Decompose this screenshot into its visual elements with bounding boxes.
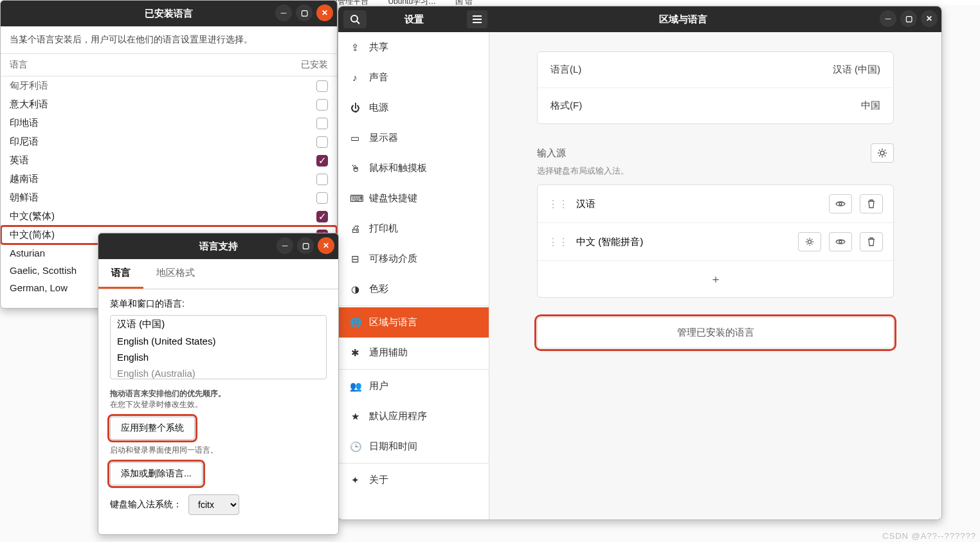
sidebar-item[interactable]: 🖨打印机	[338, 213, 489, 244]
installed-checkbox[interactable]	[316, 174, 328, 185]
ime-select[interactable]: fcitx	[188, 494, 239, 515]
sidebar-label: 键盘快捷键	[369, 192, 417, 204]
sidebar-icon: ⊟	[350, 253, 360, 265]
view-layout-button[interactable]	[829, 194, 852, 213]
add-input-source-button[interactable]: ＋	[538, 261, 893, 297]
sidebar-item[interactable]: ⊟可移动介质	[338, 244, 489, 274]
language-format-group: 语言(L) 汉语 (中国) 格式(F) 中国	[537, 51, 894, 124]
tab-language[interactable]: 语言	[98, 259, 143, 289]
language-name: 印尼语	[10, 136, 39, 148]
settings-window: 设置 区域与语言 ─ ▢ ✕ ⇪共享♪声音⏻电源▭显示器🖱鼠标和触摸板⌨键盘快捷…	[338, 6, 942, 520]
sidebar-item[interactable]: 🕒日期和时间	[338, 431, 489, 462]
installed-checkbox[interactable]	[316, 136, 328, 148]
close-icon[interactable]: ✕	[921, 10, 938, 27]
sidebar-item[interactable]: ✱通用辅助	[338, 338, 489, 368]
language-row[interactable]: 朝鲜语	[1, 188, 337, 207]
sidebar-label: 鼠标和触摸板	[369, 162, 427, 174]
sidebar-label: 电源	[369, 102, 388, 114]
input-sources-settings-button[interactable]	[871, 143, 894, 163]
sidebar-item[interactable]: 🖱鼠标和触摸板	[338, 153, 489, 183]
minimize-icon[interactable]: ─	[275, 5, 292, 21]
language-order-item[interactable]: English	[111, 349, 326, 365]
sidebar-item[interactable]: ⏻电源	[338, 93, 489, 123]
sidebar-item[interactable]: ★默认应用程序	[338, 401, 489, 431]
maximize-icon[interactable]: ▢	[296, 5, 313, 21]
installed-checkbox[interactable]	[316, 118, 328, 129]
drag-handle-icon[interactable]: ⋮⋮	[548, 198, 568, 210]
settings-titlebar: 设置 区域与语言 ─ ▢ ✕	[338, 6, 941, 32]
language-row[interactable]: 匈牙利语	[1, 77, 337, 95]
installed-checkbox[interactable]	[316, 99, 328, 111]
watermark: CSDN @A??--??????	[882, 531, 976, 541]
language-order-item[interactable]: English (United States)	[111, 333, 326, 349]
svg-point-6	[839, 203, 842, 205]
language-row[interactable]: 语言(L) 汉语 (中国)	[538, 52, 893, 88]
language-row[interactable]: 印尼语	[1, 132, 337, 151]
minimize-icon[interactable]: ─	[880, 10, 896, 27]
settings-title: 设置	[338, 14, 489, 26]
sidebar-icon: 🕒	[350, 441, 360, 453]
tab-region-format[interactable]: 地区格式	[143, 259, 208, 289]
sidebar-item[interactable]: ✦关于	[338, 465, 489, 495]
language-order-item[interactable]: 汉语 (中国)	[111, 316, 326, 333]
sidebar-item[interactable]: ♪声音	[338, 62, 489, 93]
language-order-list[interactable]: 汉语 (中国)English (United States)EnglishEng…	[110, 315, 327, 379]
drag-hint: 拖动语言来安排他们的优先顺序。 在您下次登录时修改生效。	[110, 388, 327, 410]
sidebar-item[interactable]: 🌐区域与语言	[338, 307, 489, 338]
close-icon[interactable]: ✕	[318, 237, 334, 254]
input-sources-subtitle: 选择键盘布局或输入法。	[537, 165, 894, 177]
sidebar-item[interactable]: ⌨键盘快捷键	[338, 183, 489, 213]
language-value: 汉语 (中国)	[833, 64, 880, 76]
sidebar-icon: ⇪	[350, 42, 360, 53]
sidebar-icon: 🖱	[350, 163, 360, 174]
language-name: 朝鲜语	[10, 192, 39, 204]
language-support-dialog: 语言支持 ─ ▢ ✕ 语言 地区格式 菜单和窗口的语言: 汉语 (中国)Engl…	[98, 233, 339, 535]
sidebar-item[interactable]: ▭显示器	[338, 123, 489, 153]
minimize-icon[interactable]: ─	[277, 237, 293, 254]
browser-tab[interactable]: 国 语	[455, 0, 473, 5]
language-name: 越南语	[10, 173, 39, 185]
language-row[interactable]: 意大利语	[1, 95, 337, 114]
support-titlebar: 语言支持 ─ ▢ ✕	[98, 233, 338, 259]
sidebar-icon: 👥	[350, 381, 360, 392]
apply-system-button[interactable]: 应用到整个系统	[110, 417, 195, 440]
settings-sidebar: ⇪共享♪声音⏻电源▭显示器🖱鼠标和触摸板⌨键盘快捷键🖨打印机⊟可移动介质◑色彩🌐…	[338, 32, 489, 519]
manage-installed-languages-button[interactable]: 管理已安装的语言	[537, 317, 894, 348]
sidebar-item[interactable]: ◑色彩	[338, 274, 489, 304]
svg-point-7	[808, 240, 811, 243]
maximize-icon[interactable]: ▢	[297, 237, 314, 254]
remove-source-button[interactable]	[860, 194, 883, 213]
sidebar-icon: ▭	[350, 132, 360, 144]
language-row[interactable]: 中文(繁体)✓	[1, 207, 337, 226]
sidebar-icon: ♪	[350, 72, 360, 83]
installed-checkbox[interactable]	[316, 192, 328, 204]
input-source-name: 中文 (智能拼音)	[576, 236, 790, 248]
maximize-icon[interactable]: ▢	[900, 10, 917, 27]
sidebar-label: 显示器	[369, 132, 398, 144]
source-settings-button[interactable]	[798, 232, 821, 251]
language-order-item[interactable]: English (Australia)	[111, 365, 326, 379]
close-icon[interactable]: ✕	[316, 5, 333, 21]
sidebar-separator	[338, 463, 489, 464]
input-source-row: ⋮⋮中文 (智能拼音)	[538, 223, 893, 261]
browser-tab[interactable]: Ubuntu学习…	[388, 0, 436, 5]
installed-checkbox[interactable]: ✓	[316, 211, 328, 222]
remove-source-button[interactable]	[860, 232, 883, 251]
drag-handle-icon[interactable]: ⋮⋮	[548, 236, 568, 248]
add-remove-languages-button[interactable]: 添加或删除语言...	[110, 462, 203, 485]
installed-checkbox[interactable]	[316, 80, 328, 92]
language-row[interactable]: 英语✓	[1, 151, 337, 170]
sidebar-item[interactable]: ⇪共享	[338, 32, 489, 62]
installed-checkbox[interactable]: ✓	[316, 155, 328, 167]
sidebar-icon: 🖨	[350, 223, 360, 234]
view-layout-button[interactable]	[829, 232, 852, 251]
format-row[interactable]: 格式(F) 中国	[538, 88, 893, 123]
sidebar-item[interactable]: 👥用户	[338, 371, 489, 401]
language-row[interactable]: 印地语	[1, 114, 337, 132]
language-name: Asturian	[10, 248, 45, 258]
svg-point-5	[880, 151, 884, 155]
col-language: 语言	[10, 59, 28, 71]
sidebar-label: 日期和时间	[369, 440, 417, 453]
language-row[interactable]: 越南语	[1, 170, 337, 188]
input-sources-list: ⋮⋮汉语⋮⋮中文 (智能拼音)＋	[537, 185, 894, 298]
